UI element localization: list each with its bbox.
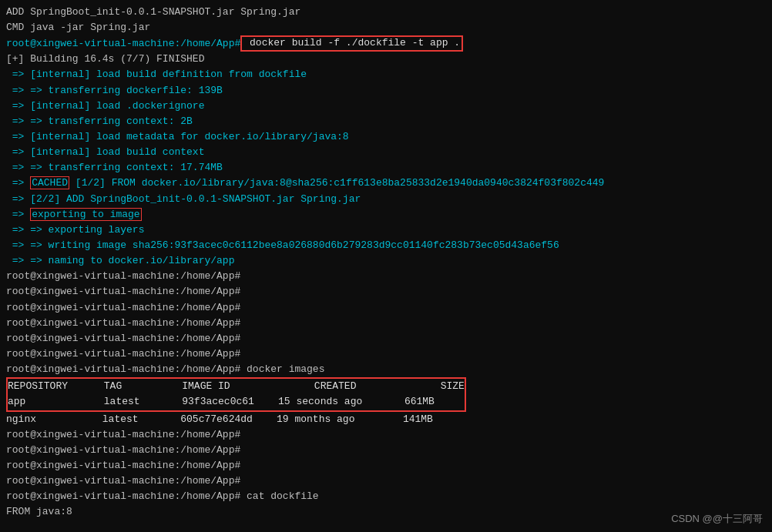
line-6: => => transferring dockerfile: 139B (6, 83, 766, 99)
line-docker-images-cmd: root@xingwei-virtual-machine:/home/App# … (6, 362, 766, 377)
line-2-text: CMD java -jar Spring.jar (6, 22, 150, 33)
line-1-text: ADD SpringBoot_init-0.0.1-SNAPSHOT.jar S… (6, 6, 300, 18)
cmd-docker-build[interactable]: docker build -f ./dockfile -t app . (240, 35, 463, 52)
line-10: => [internal] load build context (6, 145, 766, 160)
line-23: root@xingwei-virtual-machine:/home/App# (6, 346, 766, 362)
line-cat-cmd: root@xingwei-virtual-machine:/home/App# … (6, 489, 766, 504)
line-13: => [2/2] ADD SpringBoot_init-0.0.1-SNAPS… (6, 192, 766, 207)
line-4-text: [+] Building 16.4s (7/7) FINISHED (6, 53, 204, 65)
line-20: root@xingwei-virtual-machine:/home/App# (6, 300, 766, 316)
line-31: root@xingwei-virtual-machine:/home/App# (6, 473, 766, 489)
line-19: root@xingwei-virtual-machine:/home/App# (6, 284, 766, 299)
docker-images-table: REPOSITORY TAG IMAGE ID CREATED SIZE app… (6, 377, 466, 411)
line-from-java: FROM java:8 (6, 504, 766, 520)
table-row-nginx: nginx latest 605c77e624dd 19 months ago … (6, 412, 766, 427)
line-8: => => transferring context: 2B (6, 114, 766, 129)
line-2: CMD java -jar Spring.jar (6, 20, 766, 35)
line-11: => => transferring context: 17.74MB (6, 160, 766, 176)
table-header-row: REPOSITORY TAG IMAGE ID CREATED SIZE (8, 379, 465, 394)
line-18: root@xingwei-virtual-machine:/home/App# (6, 269, 766, 284)
watermark: CSDN @@十三阿哥 (671, 512, 763, 526)
line-22: root@xingwei-virtual-machine:/home/App# (6, 331, 766, 346)
line-3: root@xingwei-virtual-machine:/home/App# … (6, 35, 766, 52)
line-9: => [internal] load metadata for docker.i… (6, 129, 766, 145)
line-17: => => naming to docker.io/library/app (6, 253, 766, 269)
terminal: ADD SpringBoot_init-0.0.1-SNAPSHOT.jar S… (0, 0, 772, 532)
line-28: root@xingwei-virtual-machine:/home/App# (6, 427, 766, 443)
line-21: root@xingwei-virtual-machine:/home/App# (6, 316, 766, 331)
line-14: => exporting to image (6, 207, 766, 223)
line-15: => => exporting layers (6, 223, 766, 238)
line-5: => [internal] load build definition from… (6, 67, 766, 82)
table-row-app: app latest 93f3acec0c61 15 seconds ago 6… (8, 394, 465, 410)
line-16: => => writing image sha256:93f3acec0c611… (6, 238, 766, 253)
line-4: [+] Building 16.4s (7/7) FINISHED (6, 52, 766, 67)
line-29: root@xingwei-virtual-machine:/home/App# (6, 443, 766, 458)
prompt-3: root@xingwei-virtual-machine:/home/App# (6, 38, 240, 49)
line-12: => CACHED [1/2] FROM docker.io/library/j… (6, 176, 766, 191)
line-1: ADD SpringBoot_init-0.0.1-SNAPSHOT.jar S… (6, 5, 766, 20)
line-7: => [internal] load .dockerignore (6, 99, 766, 114)
line-30: root@xingwei-virtual-machine:/home/App# (6, 458, 766, 473)
